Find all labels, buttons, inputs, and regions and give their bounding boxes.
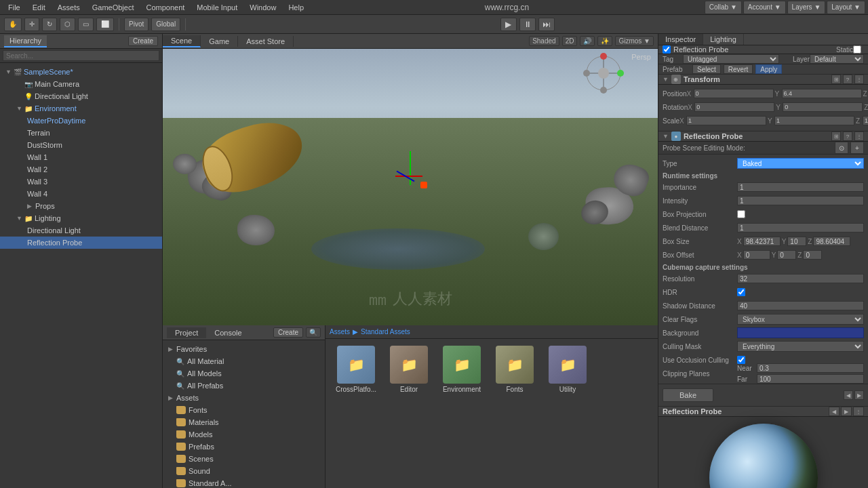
project-scenes[interactable]: Scenes: [163, 453, 325, 465]
tag-dropdown[interactable]: Untagged: [683, 54, 779, 64]
asset-fonts[interactable]: 📁 Fonts: [491, 346, 538, 393]
scale-z-input[interactable]: [863, 116, 868, 125]
blend-input[interactable]: [737, 223, 864, 232]
hierarchy-search-input[interactable]: [3, 50, 159, 61]
tree-item-wall4[interactable]: Wall 4: [0, 188, 162, 200]
apply-btn[interactable]: Apply: [755, 64, 782, 74]
tree-item-environment[interactable]: ▼ 📁 Environment: [0, 102, 162, 115]
static-checkbox[interactable]: [853, 45, 861, 54]
tool-move[interactable]: ✛: [24, 18, 39, 31]
tree-item-props[interactable]: ▶ Props: [0, 200, 162, 212]
project-all-prefabs[interactable]: 🔍 All Prefabs: [163, 380, 325, 392]
tree-item-waterproday[interactable]: WaterProDaytime: [0, 115, 162, 127]
object-active-checkbox[interactable]: [663, 45, 671, 54]
clear-flags-dropdown[interactable]: Skybox: [737, 314, 864, 325]
global-btn[interactable]: Global: [151, 18, 180, 31]
2d-btn[interactable]: 2D: [562, 36, 578, 46]
scene-tab[interactable]: Scene: [163, 35, 201, 47]
menu-component[interactable]: Component: [140, 2, 190, 13]
viewport[interactable]: Persp ㎜ 人人素材: [163, 49, 658, 325]
menu-mobileinput[interactable]: Mobile Input: [191, 2, 243, 13]
assets-header[interactable]: ▶ Assets: [163, 392, 325, 404]
bake-tool-1[interactable]: ◀: [844, 390, 853, 400]
project-all-models[interactable]: 🔍 All Models: [163, 367, 325, 380]
position-y-input[interactable]: [782, 89, 862, 98]
asset-editor[interactable]: 📁 Editor: [385, 346, 433, 393]
box-projection-checkbox[interactable]: [737, 210, 745, 218]
tree-item-reflectionprobe[interactable]: Reflection Probe: [0, 237, 162, 249]
breadcrumb-standard[interactable]: Standard Assets: [361, 328, 410, 336]
asset-store-tab[interactable]: Asset Store: [238, 36, 294, 47]
tree-item-maincamera[interactable]: 📷 Main Camera: [0, 78, 162, 90]
game-tab[interactable]: Game: [201, 36, 238, 47]
inspector-tab[interactable]: Inspector: [658, 34, 703, 45]
scale-x-input[interactable]: [686, 116, 766, 125]
box-size-y-input[interactable]: [787, 237, 806, 246]
tree-item-wall1[interactable]: Wall 1: [0, 151, 162, 163]
layer-dropdown[interactable]: Default: [810, 54, 864, 64]
play-btn[interactable]: ▶: [500, 18, 517, 31]
audio-btn[interactable]: 🔊: [580, 36, 595, 46]
tree-item-samplescene[interactable]: ▼ 🎬 SampleScene*: [0, 66, 162, 78]
menu-assets[interactable]: Assets: [52, 2, 85, 13]
project-materials[interactable]: Materials: [163, 416, 325, 428]
box-offset-y-input[interactable]: [777, 250, 796, 260]
type-dropdown[interactable]: Baked: [737, 158, 864, 169]
breadcrumb-assets[interactable]: Assets: [330, 328, 350, 336]
probe-preview-btn-3[interactable]: ⋮: [853, 407, 864, 416]
tool-rect[interactable]: ▭: [78, 18, 94, 31]
project-search-btn[interactable]: 🔍: [306, 327, 321, 338]
resolution-input[interactable]: [737, 274, 864, 283]
intensity-input[interactable]: [737, 196, 864, 205]
probe-tool-3[interactable]: ⋮: [854, 131, 864, 141]
shadow-distance-input[interactable]: [737, 301, 864, 310]
far-input[interactable]: [757, 374, 864, 384]
scale-y-input[interactable]: [774, 116, 854, 125]
tree-item-terrain[interactable]: Terrain: [0, 127, 162, 139]
select-btn[interactable]: Select: [692, 64, 721, 74]
pause-btn[interactable]: ⏸: [519, 18, 536, 31]
menu-window[interactable]: Window: [244, 2, 281, 13]
asset-environment[interactable]: 📁 Environment: [438, 346, 486, 393]
project-models[interactable]: Models: [163, 428, 325, 441]
transform-tool-1[interactable]: ⊞: [831, 75, 841, 84]
menu-file[interactable]: File: [3, 2, 26, 13]
near-input[interactable]: [757, 363, 864, 373]
rotation-x-input[interactable]: [694, 102, 774, 112]
tool-transform[interactable]: ⬜: [96, 18, 114, 31]
transform-tool-3[interactable]: ⋮: [854, 75, 864, 84]
probe-preview-btn-1[interactable]: ◀: [829, 407, 840, 416]
tree-item-duststorm[interactable]: DustStorm: [0, 139, 162, 151]
box-offset-x-input[interactable]: [743, 250, 770, 260]
tree-item-dirlight2[interactable]: Directional Light: [0, 224, 162, 237]
project-standard[interactable]: Standard A...: [163, 477, 325, 488]
pivot-btn[interactable]: Pivot: [124, 18, 149, 31]
collab-btn[interactable]: Collab ▼: [705, 1, 742, 14]
project-prefabs[interactable]: Prefabs: [163, 441, 325, 453]
probe-edit-btn-1[interactable]: ⊙: [835, 142, 848, 154]
project-fonts[interactable]: Fonts: [163, 404, 325, 416]
project-create-btn[interactable]: Create: [273, 327, 303, 338]
reflection-probe-section-header[interactable]: ▼ ● Reflection Probe ⊞ ? ⋮: [658, 131, 868, 142]
asset-crossplatfo[interactable]: 📁 CrossPlatfo...: [332, 346, 380, 393]
probe-preview-btn-2[interactable]: ▶: [841, 407, 852, 416]
asset-utility[interactable]: 📁 Utility: [544, 346, 591, 393]
step-btn[interactable]: ⏭: [538, 18, 555, 31]
probe-tool-1[interactable]: ⊞: [831, 131, 841, 141]
hierarchy-create-btn[interactable]: Create: [128, 36, 158, 46]
menu-gameobject[interactable]: GameObject: [87, 2, 140, 13]
favorites-header[interactable]: ▶ Favorites: [163, 343, 325, 355]
tree-item-lighting[interactable]: ▼ 📁 Lighting: [0, 212, 162, 224]
box-size-x-input[interactable]: [743, 237, 781, 246]
layout-btn[interactable]: Layout ▼: [827, 1, 865, 14]
revert-btn[interactable]: Revert: [724, 64, 753, 74]
tool-scale[interactable]: ⬡: [60, 18, 75, 31]
fx-btn[interactable]: ✨: [597, 36, 612, 46]
project-tab[interactable]: Project: [167, 327, 206, 338]
menu-edit[interactable]: Edit: [27, 2, 51, 13]
transform-tool-2[interactable]: ?: [843, 75, 852, 84]
importance-input[interactable]: [737, 182, 864, 192]
project-all-materials[interactable]: 🔍 All Material: [163, 355, 325, 367]
menu-help[interactable]: Help: [283, 2, 309, 13]
account-btn[interactable]: Account ▼: [743, 1, 786, 14]
